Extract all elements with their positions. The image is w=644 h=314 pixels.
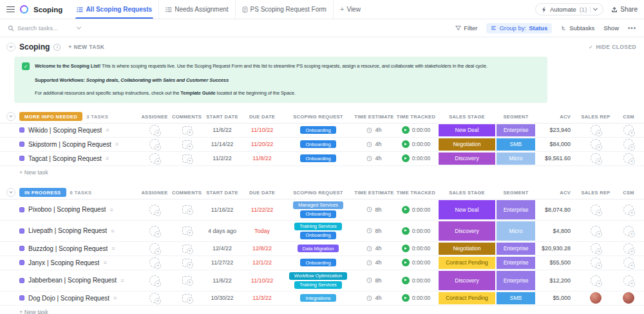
segment-badge[interactable]: Enterprise xyxy=(497,124,535,136)
column-header-segment[interactable]: SEGMENT xyxy=(496,190,536,196)
due-date[interactable]: 11/3/22 xyxy=(242,295,282,301)
play-icon[interactable] xyxy=(402,277,410,284)
subtasks-button[interactable]: Subtasks xyxy=(561,24,594,32)
sales-rep-add-icon[interactable] xyxy=(591,257,601,268)
task-status-icon[interactable] xyxy=(19,228,24,234)
new-task-button[interactable]: + New task xyxy=(0,306,644,314)
due-date[interactable]: 11/22/22 xyxy=(242,207,282,213)
task-row[interactable]: Livepath | Scoping Request≡4 days agoTod… xyxy=(0,221,644,242)
column-header-time-estimate[interactable]: TIME ESTIMATE xyxy=(354,114,394,120)
collapse-group-icon[interactable] xyxy=(6,188,15,197)
due-date[interactable]: 11/8/22 xyxy=(242,155,282,162)
search-input[interactable] xyxy=(17,24,74,32)
task-status-icon[interactable] xyxy=(19,260,24,265)
task-row[interactable]: Wikido | Scoping Request≡11/6/2211/10/22… xyxy=(0,124,644,138)
sales-rep-avatar[interactable] xyxy=(590,292,601,304)
segment-badge[interactable]: Enterprise xyxy=(497,257,535,269)
column-header-due-date[interactable]: DUE DATE xyxy=(242,190,282,196)
sales-rep-add-icon[interactable] xyxy=(591,125,601,135)
column-header-start-date[interactable]: START DATE xyxy=(202,190,242,196)
sales-stage-badge[interactable]: Discovery xyxy=(439,271,495,290)
tab-view[interactable]: +View xyxy=(333,0,367,19)
due-date[interactable]: 11/20/22 xyxy=(242,141,282,147)
time-tracked[interactable]: 0:00:00 xyxy=(394,245,438,252)
column-header-comments[interactable]: COMMENTS xyxy=(171,114,202,120)
tab-all-scoping-requests[interactable]: All Scoping Requests xyxy=(70,0,158,19)
sales-stage-badge[interactable]: New Deal xyxy=(439,200,495,219)
play-icon[interactable] xyxy=(402,126,410,134)
start-date[interactable]: 11/16/22 xyxy=(202,207,242,213)
acv-value[interactable]: $55,500 xyxy=(536,259,578,266)
column-header-assignee[interactable]: ASSIGNEE xyxy=(138,114,171,120)
start-date[interactable]: 4 days ago xyxy=(202,228,242,234)
time-estimate[interactable]: 8h xyxy=(354,277,394,284)
column-header-time-tracked[interactable]: TIME TRACKED xyxy=(394,190,438,196)
scoping-request-tag[interactable]: Onboarding xyxy=(300,259,336,266)
play-icon[interactable] xyxy=(402,206,410,214)
filter-button[interactable]: Filter xyxy=(455,24,477,32)
task-status-icon[interactable] xyxy=(19,142,24,147)
task-status-icon[interactable] xyxy=(19,278,24,283)
menu-icon[interactable] xyxy=(6,6,15,13)
comment-add-icon[interactable] xyxy=(182,140,192,149)
column-header-comments[interactable]: COMMENTS xyxy=(171,190,202,196)
csm-add-icon[interactable] xyxy=(623,257,634,268)
comment-add-icon[interactable] xyxy=(182,205,192,214)
comment-add-icon[interactable] xyxy=(182,226,192,235)
assignee-add-icon[interactable] xyxy=(149,257,160,268)
collapse-group-icon[interactable] xyxy=(6,112,15,121)
play-icon[interactable] xyxy=(402,154,410,162)
start-date[interactable]: 11/27/22 xyxy=(202,259,242,266)
start-date[interactable]: 11/14/22 xyxy=(202,141,242,147)
time-estimate[interactable]: 4h xyxy=(354,141,394,147)
task-name[interactable]: Jabberbean | Scoping Request xyxy=(28,277,117,284)
sales-stage-badge[interactable]: Negotiation xyxy=(439,138,495,151)
acv-value[interactable]: $9,561.60 xyxy=(536,155,578,162)
start-date[interactable]: 12/4/22 xyxy=(202,245,242,252)
task-status-icon[interactable] xyxy=(19,156,24,161)
column-header-scoping-request[interactable]: SCOPING REQUEST xyxy=(282,190,354,196)
sales-stage-badge[interactable]: Discovery xyxy=(439,152,495,165)
task-status-icon[interactable] xyxy=(19,127,24,133)
csm-add-icon[interactable] xyxy=(623,205,634,215)
segment-badge[interactable]: Micro xyxy=(497,221,535,241)
csm-add-icon[interactable] xyxy=(623,275,634,286)
start-date[interactable]: 11/2/22 xyxy=(202,155,242,162)
assignee-add-icon[interactable] xyxy=(149,243,160,254)
time-tracked[interactable]: 0:00:00 xyxy=(394,126,438,134)
task-name[interactable]: Tagcat | Scoping Request xyxy=(28,155,102,162)
column-header-start-date[interactable]: START DATE xyxy=(202,114,242,120)
acv-value[interactable]: $5,000 xyxy=(536,295,578,301)
time-tracked[interactable]: 0:00:00 xyxy=(394,154,438,162)
tab-ps-scoping-request-form[interactable]: PS Scoping Request Form xyxy=(235,0,333,19)
time-tracked[interactable]: 0:00:00 xyxy=(394,294,438,302)
scoping-request-tag[interactable]: Onboarding xyxy=(300,140,336,148)
task-status-icon[interactable] xyxy=(19,295,24,300)
assignee-add-icon[interactable] xyxy=(149,139,160,149)
segment-badge[interactable]: Micro xyxy=(497,152,535,165)
task-row[interactable]: Janyx | Scoping Request≡11/27/2212/1/22O… xyxy=(0,256,644,270)
play-icon[interactable] xyxy=(402,294,410,302)
sales-stage-badge[interactable]: Contract Pending xyxy=(439,257,495,269)
column-header-segment[interactable]: SEGMENT xyxy=(496,114,536,120)
time-estimate[interactable]: 4h xyxy=(354,127,394,133)
sales-stage-badge[interactable]: Contract Pending xyxy=(439,292,495,304)
csm-add-icon[interactable] xyxy=(623,125,634,135)
sales-rep-add-icon[interactable] xyxy=(591,226,601,236)
time-tracked[interactable]: 0:00:00 xyxy=(394,206,438,214)
time-tracked[interactable]: 0:00:00 xyxy=(394,259,438,266)
due-date[interactable]: 11/10/22 xyxy=(242,127,282,133)
tab-needs-assignment[interactable]: Needs Assignment xyxy=(158,0,234,19)
column-header-due-date[interactable]: DUE DATE xyxy=(242,114,282,120)
time-tracked[interactable]: 0:00:00 xyxy=(394,140,438,148)
comment-add-icon[interactable] xyxy=(182,294,192,302)
group-by-button[interactable]: Group by: Status xyxy=(486,23,552,33)
assignee-add-icon[interactable] xyxy=(149,226,160,236)
column-header-scoping-request[interactable]: SCOPING REQUEST xyxy=(282,114,354,120)
sales-rep-add-icon[interactable] xyxy=(591,139,601,149)
chevron-down-icon[interactable] xyxy=(593,6,598,11)
due-date[interactable]: Today xyxy=(242,228,282,234)
task-row[interactable]: Tagcat | Scoping Request≡11/2/2211/8/22O… xyxy=(0,152,644,166)
group-status-badge[interactable]: IN PROGRESS xyxy=(19,188,66,197)
acv-value[interactable]: $20,930.28 xyxy=(536,245,578,252)
